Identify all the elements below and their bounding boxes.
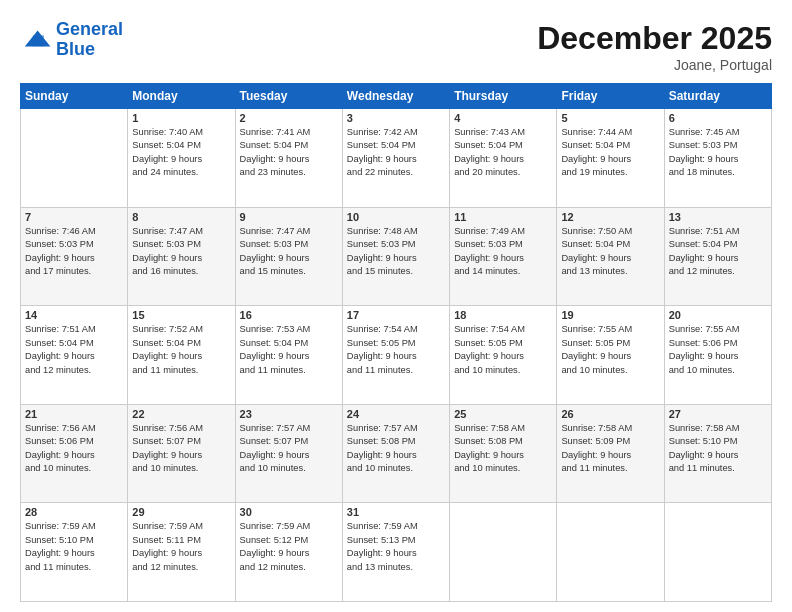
day-info: Sunrise: 7:48 AMSunset: 5:03 PMDaylight:… [347,225,445,279]
day-info: Sunrise: 7:42 AMSunset: 5:04 PMDaylight:… [347,126,445,180]
day-info: Sunrise: 7:59 AMSunset: 5:10 PMDaylight:… [25,520,123,574]
day-info: Sunrise: 7:53 AMSunset: 5:04 PMDaylight:… [240,323,338,377]
calendar-cell: 30Sunrise: 7:59 AMSunset: 5:12 PMDayligh… [235,503,342,602]
title-block: December 2025 Joane, Portugal [537,20,772,73]
calendar-cell: 28Sunrise: 7:59 AMSunset: 5:10 PMDayligh… [21,503,128,602]
day-number: 1 [132,112,230,124]
calendar-week-4: 21Sunrise: 7:56 AMSunset: 5:06 PMDayligh… [21,404,772,503]
day-info: Sunrise: 7:47 AMSunset: 5:03 PMDaylight:… [240,225,338,279]
calendar-cell: 2Sunrise: 7:41 AMSunset: 5:04 PMDaylight… [235,109,342,208]
day-number: 31 [347,506,445,518]
day-number: 14 [25,309,123,321]
calendar-week-1: 1Sunrise: 7:40 AMSunset: 5:04 PMDaylight… [21,109,772,208]
location: Joane, Portugal [537,57,772,73]
day-info: Sunrise: 7:59 AMSunset: 5:11 PMDaylight:… [132,520,230,574]
calendar-cell: 18Sunrise: 7:54 AMSunset: 5:05 PMDayligh… [450,306,557,405]
day-info: Sunrise: 7:59 AMSunset: 5:13 PMDaylight:… [347,520,445,574]
day-number: 9 [240,211,338,223]
day-info: Sunrise: 7:51 AMSunset: 5:04 PMDaylight:… [25,323,123,377]
calendar-cell: 3Sunrise: 7:42 AMSunset: 5:04 PMDaylight… [342,109,449,208]
day-info: Sunrise: 7:57 AMSunset: 5:08 PMDaylight:… [347,422,445,476]
month-title: December 2025 [537,20,772,57]
logo-text: General Blue [56,20,123,60]
day-number: 23 [240,408,338,420]
day-number: 28 [25,506,123,518]
calendar-cell: 17Sunrise: 7:54 AMSunset: 5:05 PMDayligh… [342,306,449,405]
day-info: Sunrise: 7:55 AMSunset: 5:06 PMDaylight:… [669,323,767,377]
logo-icon [20,24,52,56]
calendar-cell: 16Sunrise: 7:53 AMSunset: 5:04 PMDayligh… [235,306,342,405]
day-info: Sunrise: 7:45 AMSunset: 5:03 PMDaylight:… [669,126,767,180]
day-info: Sunrise: 7:44 AMSunset: 5:04 PMDaylight:… [561,126,659,180]
weekday-header-sunday: Sunday [21,84,128,109]
calendar-cell: 5Sunrise: 7:44 AMSunset: 5:04 PMDaylight… [557,109,664,208]
day-number: 24 [347,408,445,420]
calendar-cell: 19Sunrise: 7:55 AMSunset: 5:05 PMDayligh… [557,306,664,405]
day-info: Sunrise: 7:58 AMSunset: 5:08 PMDaylight:… [454,422,552,476]
calendar-cell [450,503,557,602]
calendar-week-3: 14Sunrise: 7:51 AMSunset: 5:04 PMDayligh… [21,306,772,405]
day-number: 17 [347,309,445,321]
day-number: 4 [454,112,552,124]
day-number: 15 [132,309,230,321]
calendar-cell: 9Sunrise: 7:47 AMSunset: 5:03 PMDaylight… [235,207,342,306]
day-number: 16 [240,309,338,321]
day-info: Sunrise: 7:58 AMSunset: 5:10 PMDaylight:… [669,422,767,476]
day-info: Sunrise: 7:54 AMSunset: 5:05 PMDaylight:… [454,323,552,377]
day-info: Sunrise: 7:40 AMSunset: 5:04 PMDaylight:… [132,126,230,180]
calendar-cell: 29Sunrise: 7:59 AMSunset: 5:11 PMDayligh… [128,503,235,602]
day-number: 7 [25,211,123,223]
calendar-cell: 27Sunrise: 7:58 AMSunset: 5:10 PMDayligh… [664,404,771,503]
calendar-cell [557,503,664,602]
day-number: 6 [669,112,767,124]
day-number: 10 [347,211,445,223]
day-number: 18 [454,309,552,321]
header: General Blue December 2025 Joane, Portug… [20,20,772,73]
calendar-cell: 22Sunrise: 7:56 AMSunset: 5:07 PMDayligh… [128,404,235,503]
weekday-header-thursday: Thursday [450,84,557,109]
calendar-table: SundayMondayTuesdayWednesdayThursdayFrid… [20,83,772,602]
day-number: 19 [561,309,659,321]
day-number: 30 [240,506,338,518]
day-number: 22 [132,408,230,420]
calendar-cell: 25Sunrise: 7:58 AMSunset: 5:08 PMDayligh… [450,404,557,503]
weekday-header-friday: Friday [557,84,664,109]
calendar-cell: 1Sunrise: 7:40 AMSunset: 5:04 PMDaylight… [128,109,235,208]
day-info: Sunrise: 7:57 AMSunset: 5:07 PMDaylight:… [240,422,338,476]
day-info: Sunrise: 7:54 AMSunset: 5:05 PMDaylight:… [347,323,445,377]
logo: General Blue [20,20,123,60]
day-number: 25 [454,408,552,420]
calendar-cell: 23Sunrise: 7:57 AMSunset: 5:07 PMDayligh… [235,404,342,503]
calendar-cell: 4Sunrise: 7:43 AMSunset: 5:04 PMDaylight… [450,109,557,208]
day-number: 12 [561,211,659,223]
day-number: 5 [561,112,659,124]
weekday-header-wednesday: Wednesday [342,84,449,109]
day-info: Sunrise: 7:55 AMSunset: 5:05 PMDaylight:… [561,323,659,377]
day-number: 3 [347,112,445,124]
calendar-week-2: 7Sunrise: 7:46 AMSunset: 5:03 PMDaylight… [21,207,772,306]
calendar-cell: 31Sunrise: 7:59 AMSunset: 5:13 PMDayligh… [342,503,449,602]
calendar-cell: 11Sunrise: 7:49 AMSunset: 5:03 PMDayligh… [450,207,557,306]
day-info: Sunrise: 7:41 AMSunset: 5:04 PMDaylight:… [240,126,338,180]
calendar-cell: 20Sunrise: 7:55 AMSunset: 5:06 PMDayligh… [664,306,771,405]
page: General Blue December 2025 Joane, Portug… [0,0,792,612]
weekday-header-monday: Monday [128,84,235,109]
day-number: 21 [25,408,123,420]
day-info: Sunrise: 7:56 AMSunset: 5:07 PMDaylight:… [132,422,230,476]
weekday-header-tuesday: Tuesday [235,84,342,109]
day-number: 26 [561,408,659,420]
day-info: Sunrise: 7:58 AMSunset: 5:09 PMDaylight:… [561,422,659,476]
calendar-cell: 8Sunrise: 7:47 AMSunset: 5:03 PMDaylight… [128,207,235,306]
day-info: Sunrise: 7:43 AMSunset: 5:04 PMDaylight:… [454,126,552,180]
day-info: Sunrise: 7:56 AMSunset: 5:06 PMDaylight:… [25,422,123,476]
calendar-cell: 14Sunrise: 7:51 AMSunset: 5:04 PMDayligh… [21,306,128,405]
day-info: Sunrise: 7:47 AMSunset: 5:03 PMDaylight:… [132,225,230,279]
calendar-body: 1Sunrise: 7:40 AMSunset: 5:04 PMDaylight… [21,109,772,602]
day-number: 8 [132,211,230,223]
day-info: Sunrise: 7:46 AMSunset: 5:03 PMDaylight:… [25,225,123,279]
calendar-cell: 10Sunrise: 7:48 AMSunset: 5:03 PMDayligh… [342,207,449,306]
day-info: Sunrise: 7:59 AMSunset: 5:12 PMDaylight:… [240,520,338,574]
day-number: 11 [454,211,552,223]
calendar-cell: 21Sunrise: 7:56 AMSunset: 5:06 PMDayligh… [21,404,128,503]
calendar-cell: 15Sunrise: 7:52 AMSunset: 5:04 PMDayligh… [128,306,235,405]
